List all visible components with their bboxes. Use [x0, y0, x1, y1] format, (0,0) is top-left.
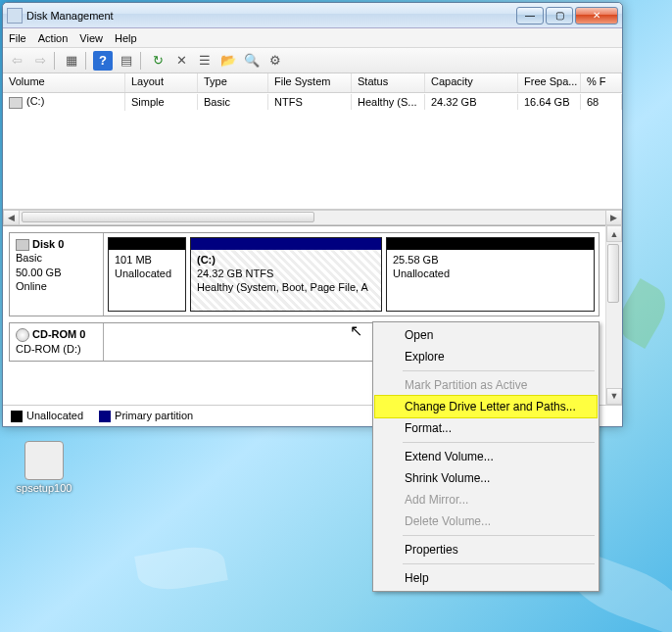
- separator: [403, 442, 595, 443]
- help-button[interactable]: ?: [93, 51, 113, 71]
- ctx-mark-active: Mark Partition as Active: [375, 374, 597, 396]
- ctx-explore[interactable]: Explore: [375, 346, 597, 367]
- partition-size: 101 MB: [115, 254, 179, 267]
- ctx-open[interactable]: Open: [375, 324, 597, 346]
- refresh-button[interactable]: ↻: [148, 51, 168, 71]
- col-status[interactable]: Status: [352, 73, 425, 92]
- open-folder-button[interactable]: 📂: [218, 51, 238, 71]
- toolbar: ⇦ ⇨ ▦ ? ▤ ↻ ✕ ☰ 📂 🔍 ⚙: [3, 48, 622, 73]
- col-percent[interactable]: % F: [581, 73, 622, 92]
- volume-type: Basic: [198, 94, 268, 110]
- separator: [403, 535, 595, 536]
- ctx-add-mirror: Add Mirror...: [375, 489, 597, 510]
- volume-list[interactable]: (C:) Simple Basic NTFS Healthy (S... 24.…: [3, 93, 622, 209]
- volume-name: (C:): [26, 95, 44, 107]
- delete-button[interactable]: ✕: [171, 51, 191, 71]
- separator: [403, 370, 595, 371]
- partition-bar: [109, 238, 185, 250]
- scroll-thumb[interactable]: [22, 212, 314, 222]
- partition-bar: [387, 238, 594, 250]
- desktop-shortcut[interactable]: spsetup100: [10, 441, 78, 494]
- h-scrollbar[interactable]: ◀ ▶: [3, 209, 622, 225]
- cdrom-icon: [16, 328, 29, 342]
- partition-size: 24.32 GB NTFS: [197, 267, 273, 279]
- partition-unallocated-2[interactable]: 25.58 GB Unallocated: [386, 237, 595, 312]
- app-icon: [7, 8, 23, 24]
- ctx-change-drive-letter[interactable]: Change Drive Letter and Paths...: [375, 396, 597, 417]
- ctx-delete-volume: Delete Volume...: [375, 510, 597, 532]
- installer-icon: [24, 441, 64, 480]
- separator: [403, 563, 595, 564]
- scroll-down-button[interactable]: ▼: [606, 388, 622, 405]
- volume-row[interactable]: (C:) Simple Basic NTFS Healthy (S... 24.…: [3, 93, 622, 111]
- separator: [54, 52, 58, 70]
- legend-swatch-unallocated: [11, 411, 23, 422]
- col-filesystem[interactable]: File System: [268, 73, 352, 92]
- context-menu: Open Explore Mark Partition as Active Ch…: [372, 321, 600, 592]
- menu-help[interactable]: Help: [115, 32, 137, 44]
- disk-size: 50.00 GB: [16, 267, 61, 278]
- menu-file[interactable]: File: [9, 32, 26, 44]
- properties-button[interactable]: ▤: [117, 51, 136, 71]
- disk-label: Disk 0: [32, 238, 64, 250]
- scroll-thumb[interactable]: [607, 244, 619, 303]
- desktop-icon-label: spsetup100: [10, 482, 78, 494]
- partition-title: (C:): [197, 254, 216, 266]
- menu-action[interactable]: Action: [38, 32, 69, 44]
- settings-button[interactable]: ⚙: [265, 51, 285, 71]
- col-layout[interactable]: Layout: [125, 73, 198, 92]
- disk-state: Online: [16, 280, 47, 292]
- col-type[interactable]: Type: [198, 73, 268, 92]
- ctx-help[interactable]: Help: [375, 567, 597, 589]
- volume-free: 16.64 GB: [518, 94, 581, 110]
- menubar: File Action View Help: [3, 28, 622, 48]
- maximize-button[interactable]: ▢: [546, 7, 573, 24]
- minimize-button[interactable]: —: [516, 7, 544, 24]
- separator: [140, 52, 144, 70]
- partition-status: Healthy (System, Boot, Page File, A: [197, 281, 368, 293]
- partition-status: Unallocated: [115, 267, 179, 281]
- ctx-properties[interactable]: Properties: [375, 539, 597, 560]
- legend-unallocated: Unallocated: [26, 410, 83, 421]
- ctx-format[interactable]: Format...: [375, 417, 597, 439]
- scroll-track[interactable]: [606, 242, 622, 388]
- ctx-extend-volume[interactable]: Extend Volume...: [375, 446, 597, 467]
- find-button[interactable]: 🔍: [242, 51, 262, 71]
- close-button[interactable]: ✕: [575, 7, 618, 24]
- volume-capacity: 24.32 GB: [425, 94, 518, 110]
- scroll-left-button[interactable]: ◀: [3, 210, 20, 225]
- legend-primary: Primary partition: [115, 410, 193, 421]
- action1-button[interactable]: ☰: [195, 51, 215, 71]
- menu-view[interactable]: View: [79, 32, 103, 44]
- col-free[interactable]: Free Spa...: [518, 73, 581, 92]
- disk-icon: [16, 239, 29, 251]
- show-hide-console-tree-button[interactable]: ▦: [62, 51, 81, 71]
- disk-label: CD-ROM 0: [32, 328, 85, 340]
- forward-button[interactable]: ⇨: [30, 51, 50, 71]
- disk-type: Basic: [16, 252, 42, 264]
- col-volume[interactable]: Volume: [3, 73, 125, 92]
- disk-row-0[interactable]: Disk 0 Basic 50.00 GB Online 101 MB Unal…: [9, 232, 600, 316]
- partition-unallocated-1[interactable]: 101 MB Unallocated: [108, 237, 186, 312]
- col-capacity[interactable]: Capacity: [425, 73, 518, 92]
- scroll-track[interactable]: [20, 210, 605, 225]
- window-title: Disk Management: [26, 10, 514, 22]
- separator: [85, 52, 89, 70]
- partition-status: Unallocated: [393, 267, 588, 281]
- disk-info: CD-ROM 0 CD-ROM (D:): [10, 323, 104, 361]
- titlebar[interactable]: Disk Management — ▢ ✕: [3, 3, 622, 28]
- disk-canvas: 101 MB Unallocated (C:) 24.32 GB NTFS He…: [104, 233, 599, 316]
- scroll-right-button[interactable]: ▶: [605, 210, 622, 225]
- volume-layout: Simple: [125, 94, 198, 110]
- volume-pct: 68: [581, 94, 622, 110]
- scroll-up-button[interactable]: ▲: [606, 225, 622, 242]
- partition-c-drive[interactable]: (C:) 24.32 GB NTFS Healthy (System, Boot…: [190, 237, 382, 312]
- volume-list-header: Volume Layout Type File System Status Ca…: [3, 73, 622, 93]
- partition-size: 25.58 GB: [393, 254, 588, 267]
- disk-info: Disk 0 Basic 50.00 GB Online: [10, 233, 104, 316]
- volume-fs: NTFS: [268, 94, 352, 110]
- back-button[interactable]: ⇦: [7, 51, 26, 71]
- v-scrollbar[interactable]: ▲ ▼: [605, 225, 622, 405]
- volume-status: Healthy (S...: [352, 94, 425, 110]
- ctx-shrink-volume[interactable]: Shrink Volume...: [375, 467, 597, 489]
